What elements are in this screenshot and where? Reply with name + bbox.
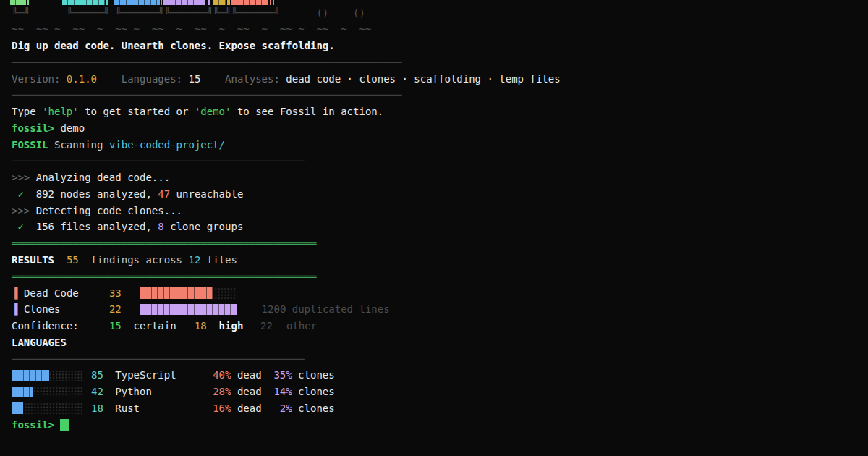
- typescript-name: TypeScript: [115, 367, 176, 384]
- dead-code-row: ▐ Dead Code 33: [12, 285, 868, 302]
- rust-name: Rust: [115, 400, 140, 417]
- step1-row: >>> Analyzing dead code...: [12, 169, 868, 186]
- help-text-2: to get started or: [79, 106, 195, 117]
- dead-code-count: 33: [109, 285, 122, 302]
- other-count: 22: [260, 318, 273, 334]
- results-divider-bottom: ════════════════════════════════════════…: [12, 269, 868, 285]
- prompt-label: fossil>: [12, 419, 54, 431]
- prompt-input-row[interactable]: fossil>: [12, 417, 868, 434]
- fossil-terminal: ╚═╝ ╚═════╝ ╚══════╝╚══════╝╚═╝╚══════╝ …: [0, 0, 868, 456]
- divider-line: ────────────────────────────────────────…: [12, 89, 401, 101]
- clones-bar: [140, 304, 237, 316]
- ground-row: ~~ ~~ ~ ~~ ~ ~~ ~ ~~ ~ ~~ ~ ~~ ~ ~~ ~ ~~…: [12, 21, 868, 38]
- step2-mid-text: files analyzed,: [54, 221, 158, 232]
- double-divider-line: ════════════════════════════════════════…: [12, 237, 316, 249]
- python-file-count: 42: [91, 384, 103, 400]
- divider-line: ────────────────────────────────────────…: [12, 155, 305, 166]
- clones-label: clones: [298, 367, 335, 384]
- help-command: 'help': [42, 106, 79, 117]
- help-text-3: to see Fossil in action.: [231, 106, 383, 117]
- results-mid-text: findings across: [79, 254, 189, 266]
- files-analyzed-count: 156: [36, 221, 54, 232]
- python-dead-pct: 28%: [213, 384, 231, 400]
- divider-languages: ────────────────────────────────────────…: [12, 351, 868, 368]
- prompt-demo-row: fossil> demo: [12, 120, 868, 137]
- prompt-label: fossil>: [12, 122, 54, 134]
- language-row-python: 42 Python 28% dead 14% clones: [12, 384, 868, 400]
- terminal-body: ╚═╝ ╚═════╝ ╚══════╝╚══════╝╚═╝╚══════╝ …: [12, 5, 868, 434]
- duplicated-lines-note: 1200 duplicated lines: [262, 301, 390, 318]
- app-name: FOSSIL: [12, 139, 48, 151]
- typescript-file-count: 85: [91, 367, 103, 384]
- dead-code-marker-icon: ▐: [12, 285, 17, 302]
- language-row-typescript: 85 TypeScript 40% dead 35% clones: [12, 367, 868, 384]
- divider-scan: ────────────────────────────────────────…: [12, 153, 868, 169]
- results-divider-top: ════════════════════════════════════════…: [12, 235, 868, 252]
- divider-line: ────────────────────────────────────────…: [12, 56, 401, 68]
- rust-bar: [12, 402, 82, 414]
- scan-action: Scanning: [48, 139, 109, 151]
- dead-label: dead: [237, 400, 262, 417]
- files-count: 12: [188, 254, 200, 266]
- certain-count: 15: [109, 318, 122, 334]
- version-row: Version: 0.1.0 Languages: 15 Analyses: d…: [12, 71, 868, 88]
- python-bar: [12, 387, 82, 398]
- results-suffix-text: files: [200, 254, 237, 266]
- analyses-list: dead code · clones · scaffolding · temp …: [286, 73, 560, 85]
- rust-file-count: 18: [91, 400, 103, 417]
- help-text-1: Type: [12, 106, 42, 117]
- scan-target-path: vibe-coded-project/: [109, 139, 225, 151]
- language-row-rust: 18 Rust 16% dead 2% clones: [12, 400, 868, 417]
- languages-count: 15: [188, 73, 200, 85]
- languages-heading: LANGUAGES: [12, 337, 67, 348]
- logo-outline-row: ╚═╝ ╚═════╝ ╚══════╝╚══════╝╚═╝╚══════╝ …: [12, 5, 868, 22]
- step2-suffix-text: clone groups: [164, 221, 244, 232]
- gap: [200, 73, 225, 85]
- gap: [97, 73, 122, 85]
- clones-label: Clones: [24, 301, 61, 318]
- other-label: other: [286, 318, 317, 334]
- step2-text: Detecting code clones...: [36, 205, 182, 216]
- analyses-label: Analyses:: [225, 73, 286, 85]
- results-heading: RESULTS: [12, 254, 54, 266]
- terminal-cursor[interactable]: [60, 419, 69, 431]
- unreachable-count: 47: [158, 188, 170, 200]
- entered-command: demo: [54, 122, 85, 134]
- help-hint-row: Type 'help' to get started or 'demo' to …: [12, 104, 868, 120]
- python-bar-fill: [12, 387, 33, 398]
- findings-count: 55: [67, 254, 79, 266]
- divider-line: ────────────────────────────────────────…: [12, 353, 305, 365]
- step2-row: >>> Detecting code clones...: [12, 203, 868, 219]
- clone-groups-count: 8: [158, 221, 163, 232]
- check-icon: ✓: [12, 188, 36, 200]
- double-divider-line: ════════════════════════════════════════…: [12, 271, 316, 282]
- results-heading-row: RESULTS 55 findings across 12 files: [12, 252, 868, 269]
- high-label: high: [219, 318, 244, 334]
- typescript-dead-pct: 40%: [213, 367, 231, 384]
- step1-result-row: ✓ 892 nodes analyzed, 47 unreachable: [12, 186, 868, 203]
- tagline-row: Dig up dead code. Unearth clones. Expose…: [12, 38, 868, 54]
- dead-label: dead: [237, 384, 262, 400]
- gap: [54, 254, 67, 266]
- rust-clones-pct: 2%: [273, 400, 292, 417]
- python-name: Python: [115, 384, 152, 400]
- python-clones-pct: 14%: [273, 384, 292, 400]
- version-label: Version:: [12, 73, 67, 85]
- step1-suffix-text: unreachable: [170, 188, 243, 200]
- clones-marker-icon: ▐: [12, 301, 17, 318]
- confidence-row: Confidence: 15 certain 18 high 22 other: [12, 318, 868, 334]
- check-icon: ✓: [12, 221, 36, 232]
- scan-row: FOSSIL Scanning vibe-coded-project/: [12, 137, 868, 153]
- divider-top: ────────────────────────────────────────…: [12, 54, 868, 71]
- dead-label: dead: [237, 367, 262, 384]
- dead-code-bar: [140, 287, 237, 299]
- version-value: 0.1.0: [67, 73, 97, 85]
- step-marker: >>>: [12, 172, 36, 183]
- clones-bar-fill: [140, 304, 237, 316]
- dead-code-label: Dead Code: [24, 285, 79, 302]
- step2-result-row: ✓ 156 files analyzed, 8 clone groups: [12, 219, 868, 235]
- clones-row: ▐ Clones 22 1200 duplicated lines: [12, 301, 868, 318]
- typescript-bar: [12, 370, 82, 381]
- clones-label: clones: [298, 384, 335, 400]
- confidence-label: Confidence:: [12, 318, 79, 334]
